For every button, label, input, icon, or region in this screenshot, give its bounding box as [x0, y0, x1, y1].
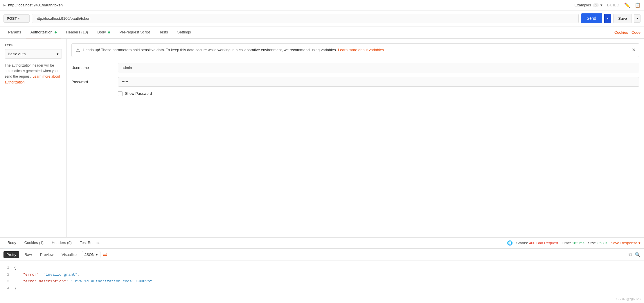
username-input[interactable] — [118, 63, 639, 72]
code-line-2: 2 "error": "invalid_grant", — [3, 271, 641, 278]
response-tab-test-results[interactable]: Test Results — [76, 238, 105, 248]
line-number: 4 — [3, 285, 9, 292]
alert-close-button[interactable]: ✕ — [632, 47, 636, 53]
note-icon[interactable]: 📋 — [635, 2, 641, 8]
password-label: Password — [71, 80, 118, 84]
examples-count: 0 — [593, 3, 599, 7]
type-label: TYPE — [5, 43, 62, 47]
time-value: 182 ms — [572, 241, 584, 245]
tab-headers[interactable]: Headers (10) — [61, 26, 93, 38]
time-label: Time: 182 ms — [562, 241, 584, 245]
request-bar: POST ▾ Send ▾ Save ▾ — [0, 10, 644, 26]
status-label: Status: 400 Bad Request — [516, 241, 558, 245]
type-arrow-icon: ▾ — [57, 52, 59, 56]
body-dot — [108, 31, 110, 33]
examples-arrow-icon: ▾ — [600, 3, 602, 7]
wrap-icon[interactable]: ⇌ — [103, 252, 107, 258]
response-meta: 🌐 Status: 400 Bad Request Time: 182 ms S… — [507, 240, 641, 246]
authorization-dot — [55, 31, 57, 33]
json-label: JSON — [84, 252, 95, 257]
response-tab-cookies[interactable]: Cookies (1) — [20, 238, 48, 248]
format-visualize[interactable]: Visualize — [59, 251, 80, 258]
top-url: http://localhost:9401/oauth/token — [8, 3, 572, 7]
tab-authorization[interactable]: Authorization — [26, 26, 62, 38]
search-icon[interactable]: 🔍 — [635, 252, 641, 257]
status-value: 400 Bad Request — [529, 241, 558, 245]
save-dropdown-button[interactable]: ▾ — [634, 14, 641, 23]
response-section: Body Cookies (1) Headers (9) Test Result… — [0, 237, 644, 295]
response-tabs: Body Cookies (1) Headers (9) Test Result… — [0, 238, 644, 249]
tab-prerequest[interactable]: Pre-request Script — [115, 26, 154, 38]
show-password-checkbox[interactable] — [118, 91, 123, 96]
cookies-link[interactable]: Cookies — [614, 30, 628, 35]
save-response-arrow-icon: ▾ — [638, 241, 641, 245]
response-tab-headers[interactable]: Headers (9) — [48, 238, 76, 248]
code-line-4: 4 } — [3, 285, 641, 292]
method-arrow-icon: ▾ — [18, 17, 19, 20]
size-label: Size: 358 B — [588, 241, 607, 245]
globe-icon: 🌐 — [507, 240, 513, 246]
username-label: Username — [71, 65, 118, 70]
watermark: CSDN @zglx123 — [616, 297, 641, 301]
tab-params[interactable]: Params — [3, 26, 26, 38]
line-number: 2 — [3, 271, 9, 278]
left-description: The authorization header will be automat… — [5, 63, 62, 85]
request-tabs: Params Authorization Headers (10) Body P… — [0, 26, 644, 39]
json-format-select[interactable]: JSON ▾ — [82, 251, 100, 258]
code-area: 1 { 2 "error": "invalid_grant", 3 "error… — [0, 261, 644, 295]
save-response-button[interactable]: Save Response ▾ — [611, 241, 641, 245]
format-pretty[interactable]: Pretty — [3, 251, 19, 258]
send-dropdown-button[interactable]: ▾ — [604, 14, 611, 23]
alert-text: Heads up! These parameters hold sensitiv… — [83, 47, 384, 53]
type-select[interactable]: Basic Auth ▾ — [5, 49, 62, 59]
tab-body[interactable]: Body — [93, 26, 115, 38]
alert-box: ⚠ Heads up! These parameters hold sensit… — [71, 43, 639, 57]
method-value: POST — [7, 16, 17, 21]
format-bar-right: ⧉ 🔍 — [629, 252, 641, 257]
tab-right-actions: Cookies Code — [614, 30, 641, 35]
show-password-label: Show Password — [125, 91, 152, 96]
tab-settings[interactable]: Settings — [173, 26, 196, 38]
type-value: Basic Auth — [8, 52, 26, 56]
learn-more-variables-link[interactable]: Learn more about variables — [338, 48, 384, 52]
examples-label: Examples — [575, 3, 591, 7]
save-button[interactable]: Save — [613, 14, 632, 23]
build-button[interactable]: BUILD — [607, 3, 620, 7]
line-number: 1 — [3, 264, 9, 271]
save-label: Save — [618, 16, 627, 21]
send-button[interactable]: Send — [581, 13, 602, 23]
copy-icon[interactable]: ⧉ — [629, 252, 632, 257]
line-number: 3 — [3, 278, 9, 285]
format-preview[interactable]: Preview — [37, 251, 56, 258]
method-select[interactable]: POST ▾ — [3, 14, 30, 23]
main-content: TYPE Basic Auth ▾ The authorization head… — [0, 39, 644, 237]
format-raw[interactable]: Raw — [21, 251, 35, 258]
response-tab-body[interactable]: Body — [3, 238, 20, 248]
password-input[interactable] — [118, 77, 639, 87]
show-password-row: Show Password — [118, 91, 639, 96]
top-bar-actions: Examples 0 ▾ BUILD ✏️ 📋 — [575, 2, 641, 8]
edit-icon[interactable]: ✏️ — [624, 2, 630, 8]
alert-icon: ⚠ — [76, 47, 80, 53]
code-line-3: 3 "error_description": "Invalid authoriz… — [3, 278, 641, 285]
url-input[interactable] — [32, 14, 579, 23]
code-line-1: 1 { — [3, 264, 641, 271]
examples-button[interactable]: Examples 0 ▾ — [575, 3, 602, 7]
tab-tests[interactable]: Tests — [154, 26, 172, 38]
expand-arrow[interactable]: ▶ — [3, 3, 6, 7]
send-label: Send — [587, 16, 596, 21]
left-panel: TYPE Basic Auth ▾ The authorization head… — [0, 39, 67, 237]
format-bar: Pretty Raw Preview Visualize JSON ▾ ⇌ ⧉ … — [0, 249, 644, 261]
password-row: Password — [71, 77, 639, 87]
right-panel: ⚠ Heads up! These parameters hold sensit… — [67, 39, 644, 237]
code-link[interactable]: Code — [632, 30, 641, 35]
json-arrow-icon: ▾ — [96, 252, 98, 257]
size-value: 358 B — [597, 241, 607, 245]
username-row: Username — [71, 63, 639, 72]
top-bar: ▶ http://localhost:9401/oauth/token Exam… — [0, 0, 644, 10]
